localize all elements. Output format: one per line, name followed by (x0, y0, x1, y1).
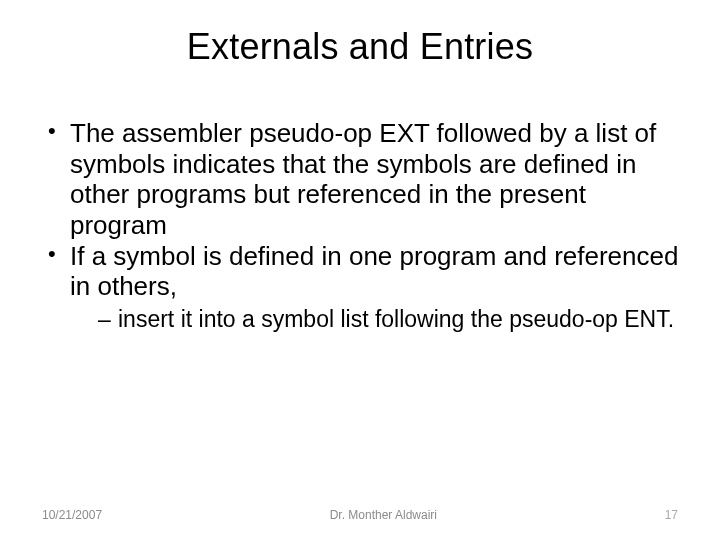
bullet-item: If a symbol is defined in one program an… (48, 241, 680, 333)
footer-author: Dr. Monther Aldwairi (330, 508, 437, 522)
footer-page-number: 17 (665, 508, 678, 522)
slide-title: Externals and Entries (40, 26, 680, 68)
footer-date: 10/21/2007 (42, 508, 102, 522)
slide-content: The assembler pseudo-op EXT followed by … (40, 118, 680, 333)
bullet-list: The assembler pseudo-op EXT followed by … (48, 118, 680, 333)
bullet-text: If a symbol is defined in one program an… (70, 241, 678, 302)
slide-footer: 10/21/2007 Dr. Monther Aldwairi 17 (0, 508, 720, 522)
sub-bullet-list: insert it into a symbol list following t… (70, 306, 680, 333)
sub-bullet-text: insert it into a symbol list following t… (118, 306, 674, 332)
bullet-item: The assembler pseudo-op EXT followed by … (48, 118, 680, 241)
sub-bullet-item: insert it into a symbol list following t… (98, 306, 680, 333)
bullet-text: The assembler pseudo-op EXT followed by … (70, 118, 656, 240)
slide: Externals and Entries The assembler pseu… (0, 0, 720, 540)
